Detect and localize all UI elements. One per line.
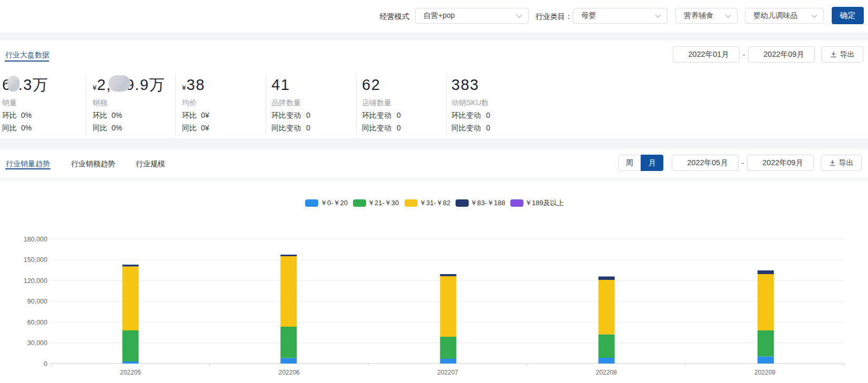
svg-text:120,000: 120,000 <box>24 277 47 285</box>
svg-text:30,000: 30,000 <box>27 339 47 347</box>
svg-text:202205: 202205 <box>120 369 141 376</box>
svg-text:202206: 202206 <box>278 369 299 376</box>
svg-text:0: 0 <box>44 360 47 368</box>
svg-text:202208: 202208 <box>596 369 617 376</box>
svg-text:60,000: 60,000 <box>27 319 47 326</box>
svg-text:90,000: 90,000 <box>27 298 47 305</box>
svg-text:202209: 202209 <box>754 369 775 376</box>
svg-text:202207: 202207 <box>437 369 458 376</box>
svg-text:180,000: 180,000 <box>24 236 47 243</box>
svg-text:150,000: 150,000 <box>24 256 47 264</box>
